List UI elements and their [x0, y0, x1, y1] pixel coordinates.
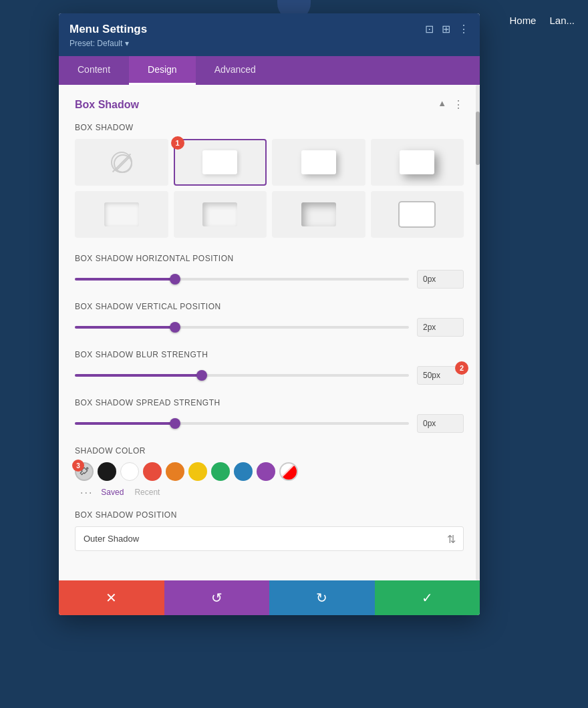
- shadow-position-section: Box Shadow Position Outer Shadow Inner S…: [75, 510, 464, 551]
- modal-header: Menu Settings Preset: Default ▾ ⊡ ⊞ ⋮: [59, 13, 480, 56]
- color-tab-recent[interactable]: Recent: [134, 488, 160, 497]
- redo-button[interactable]: ↻: [269, 580, 375, 615]
- nav-home[interactable]: Home: [509, 15, 536, 26]
- slider-blur-value[interactable]: 50px 2: [417, 366, 464, 385]
- slider-vertical-track[interactable]: [75, 326, 409, 329]
- shadow-style-grid: 1: [75, 139, 464, 238]
- badge-1: 1: [171, 136, 184, 150]
- shadow-option-light-inner[interactable]: [75, 191, 168, 238]
- color-transparent[interactable]: [279, 462, 298, 481]
- color-purple[interactable]: [257, 462, 275, 481]
- cancel-button[interactable]: ✕: [59, 580, 164, 615]
- shadow-option-medium-outer[interactable]: [272, 139, 365, 186]
- shadow-option-heavy-inner[interactable]: [272, 191, 365, 238]
- slider-horizontal-label: Box Shadow Horizontal Position: [75, 254, 464, 263]
- shadow-position-select[interactable]: Outer Shadow Inner Shadow: [75, 526, 464, 551]
- color-green[interactable]: [211, 462, 230, 481]
- modal-footer: ✕ ↺ ↻ ✓: [59, 580, 480, 615]
- slider-vertical-position: Box Shadow Vertical Position 2px: [75, 302, 464, 337]
- modal-title: Menu Settings: [69, 23, 147, 36]
- columns-icon[interactable]: ⊞: [442, 23, 450, 35]
- shadow-position-label: Box Shadow Position: [75, 510, 464, 520]
- slider-vertical-label: Box Shadow Vertical Position: [75, 302, 464, 311]
- shadow-color-label: Shadow Color: [75, 446, 464, 456]
- collapse-icon[interactable]: ▲: [438, 98, 446, 111]
- slider-spread-label: Box Shadow Spread Strength: [75, 398, 464, 407]
- slider-horizontal-track[interactable]: [75, 278, 409, 281]
- badge-2: 2: [455, 361, 468, 375]
- redo-icon: ↻: [316, 590, 327, 606]
- more-icon[interactable]: ⋮: [458, 23, 469, 35]
- modal: Menu Settings Preset: Default ▾ ⊡ ⊞ ⋮ Co…: [59, 13, 480, 615]
- undo-button[interactable]: ↺: [164, 580, 270, 615]
- tab-design[interactable]: Design: [129, 56, 196, 85]
- color-tab-saved[interactable]: Saved: [101, 488, 124, 497]
- section-more-icon[interactable]: ⋮: [453, 98, 464, 111]
- scrollbar-thumb[interactable]: [476, 112, 480, 165]
- color-black[interactable]: [98, 462, 116, 481]
- section-title: Box Shadow: [75, 99, 139, 111]
- undo-icon: ↺: [211, 590, 223, 606]
- shadow-option-medium-inner[interactable]: [174, 191, 267, 238]
- shadow-option-heavy-outer[interactable]: [371, 139, 464, 186]
- tabs-bar: Content Design Advanced: [59, 56, 480, 85]
- slider-blur-track[interactable]: [75, 374, 409, 377]
- color-red[interactable]: [143, 462, 162, 481]
- cancel-icon: ✕: [106, 590, 117, 606]
- tab-advanced[interactable]: Advanced: [196, 56, 275, 85]
- slider-spread-track[interactable]: [75, 422, 409, 425]
- slider-blur-label: Box Shadow Blur Strength: [75, 350, 464, 359]
- save-icon: ✓: [422, 590, 433, 606]
- slider-spread-strength: Box Shadow Spread Strength 0px: [75, 398, 464, 433]
- save-button[interactable]: ✓: [375, 580, 480, 615]
- badge-3: 3: [72, 460, 84, 472]
- svg-line-1: [116, 156, 130, 171]
- shadow-option-none[interactable]: [75, 139, 168, 186]
- color-more-dots[interactable]: ...: [78, 484, 96, 496]
- color-white[interactable]: [120, 462, 139, 481]
- no-shadow-icon: [111, 152, 132, 173]
- preset-arrow-icon: ▾: [125, 39, 129, 48]
- shadow-option-border[interactable]: [371, 191, 464, 238]
- modal-body: Box Shadow ▲ ⋮ Box Shadow 1: [59, 85, 480, 580]
- color-dropper[interactable]: 3: [75, 462, 94, 481]
- scrollbar[interactable]: [476, 85, 480, 580]
- slider-horizontal-position: Box Shadow Horizontal Position 0px: [75, 254, 464, 289]
- color-yellow[interactable]: [188, 462, 207, 481]
- svg-point-2: [87, 468, 88, 469]
- color-swatches: 3: [75, 462, 464, 481]
- tab-content[interactable]: Content: [59, 56, 129, 85]
- shadow-color-section: Shadow Color 3: [75, 446, 464, 497]
- color-blue[interactable]: [234, 462, 253, 481]
- slider-blur-strength: Box Shadow Blur Strength 50px 2: [75, 350, 464, 385]
- slider-horizontal-value[interactable]: 0px: [417, 270, 464, 289]
- slider-spread-value[interactable]: 0px: [417, 414, 464, 433]
- shadow-option-light-outer[interactable]: 1: [174, 139, 267, 186]
- nav-lan[interactable]: Lan...: [549, 15, 575, 26]
- box-shadow-label: Box Shadow: [75, 123, 464, 132]
- screen-icon[interactable]: ⊡: [425, 23, 434, 35]
- preset-selector[interactable]: Preset: Default ▾: [69, 39, 147, 48]
- slider-vertical-value[interactable]: 2px: [417, 318, 464, 337]
- color-orange[interactable]: [166, 462, 184, 481]
